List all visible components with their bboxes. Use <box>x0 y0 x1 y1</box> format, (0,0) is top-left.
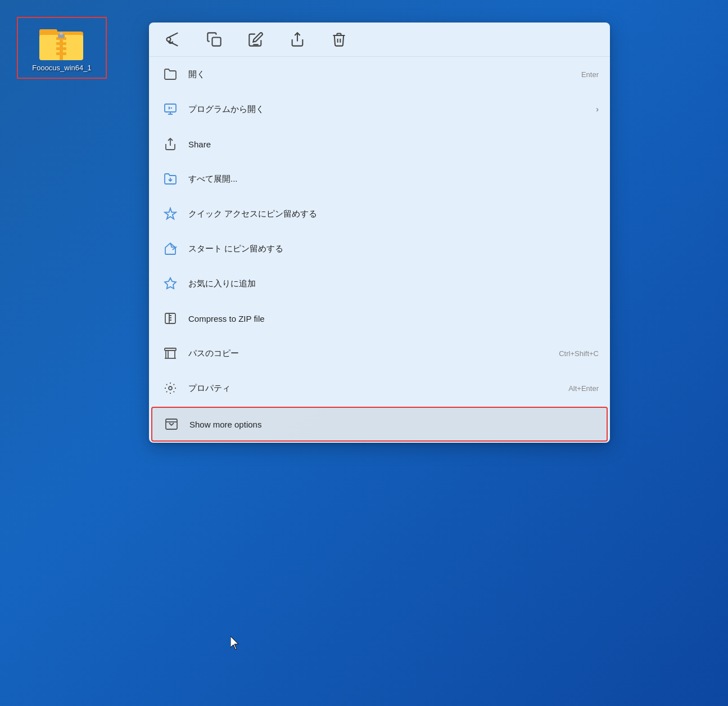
svg-rect-22 <box>166 419 177 429</box>
extract-label: すべて展開... <box>188 174 599 185</box>
desktop: Fooocus_win64_1 <box>0 0 728 706</box>
share-label: Share <box>188 140 599 149</box>
svg-rect-19 <box>165 313 175 323</box>
menu-item-pin-start[interactable]: スタート にピン留めする <box>149 231 610 266</box>
share-menu-icon <box>160 134 180 154</box>
copy-path-label: パスのコピー <box>188 348 559 359</box>
pin-quick-icon <box>160 204 180 224</box>
extract-icon <box>160 169 180 189</box>
svg-rect-9 <box>63 47 66 50</box>
properties-shortcut: Alt+Enter <box>568 384 599 393</box>
pin-start-label: スタート にピン留めする <box>188 244 599 254</box>
open-icon <box>160 64 180 84</box>
show-more-label: Show more options <box>189 420 598 429</box>
properties-icon <box>160 378 180 398</box>
menu-item-share[interactable]: Share <box>149 127 610 161</box>
pin-quick-label: クイック アクセスにピン留めする <box>188 209 599 219</box>
svg-rect-7 <box>63 42 66 45</box>
favorites-icon <box>160 273 180 294</box>
context-menu: 開く Enter プログラムから開く › <box>149 23 610 443</box>
share-button[interactable] <box>285 28 310 51</box>
menu-item-extract[interactable]: すべて展開... <box>149 161 610 196</box>
file-icon-label: Fooocus_win64_1 <box>32 64 92 72</box>
compress-icon <box>160 308 180 329</box>
favorites-label: お気に入りに追加 <box>188 278 599 289</box>
file-icon[interactable]: Fooocus_win64_1 <box>17 17 107 79</box>
copy-button[interactable] <box>202 28 227 51</box>
open-label: 開く <box>188 69 581 80</box>
properties-label: プロパティ <box>188 383 568 394</box>
menu-item-properties[interactable]: プロパティ Alt+Enter <box>149 371 610 406</box>
copy-path-shortcut: Ctrl+Shift+C <box>559 349 599 358</box>
cut-button[interactable] <box>160 28 185 51</box>
svg-marker-23 <box>230 636 238 650</box>
svg-rect-14 <box>212 38 221 46</box>
svg-rect-8 <box>56 47 60 50</box>
menu-item-open[interactable]: 開く Enter <box>149 57 610 92</box>
pin-start-icon <box>160 239 180 259</box>
open-with-label: プログラムから開く <box>188 104 590 115</box>
copy-path-icon <box>160 343 180 363</box>
svg-rect-20 <box>165 348 176 350</box>
open-shortcut: Enter <box>581 70 599 79</box>
toolbar-row <box>149 23 610 57</box>
svg-point-21 <box>169 386 172 390</box>
svg-rect-6 <box>56 42 60 45</box>
menu-item-pin-quick[interactable]: クイック アクセスにピン留めする <box>149 196 610 231</box>
menu-item-copy-path[interactable]: パスのコピー Ctrl+Shift+C <box>149 336 610 371</box>
menu-item-open-with[interactable]: プログラムから開く › <box>149 92 610 127</box>
zip-folder-icon <box>39 24 84 60</box>
open-with-icon <box>160 99 180 119</box>
svg-rect-13 <box>60 33 63 35</box>
menu-item-favorites[interactable]: お気に入りに追加 <box>149 266 610 301</box>
svg-rect-11 <box>63 52 66 55</box>
rename-button[interactable] <box>243 28 268 51</box>
menu-item-compress[interactable]: Compress to ZIP file <box>149 301 610 336</box>
svg-rect-3 <box>60 35 63 60</box>
show-more-icon <box>161 414 182 434</box>
mouse-cursor <box>230 636 242 650</box>
compress-label: Compress to ZIP file <box>188 314 599 323</box>
svg-marker-18 <box>165 278 176 289</box>
svg-rect-10 <box>56 52 60 55</box>
open-with-arrow: › <box>596 105 599 114</box>
menu-item-show-more[interactable]: Show more options <box>151 407 608 442</box>
delete-button[interactable] <box>327 28 351 51</box>
